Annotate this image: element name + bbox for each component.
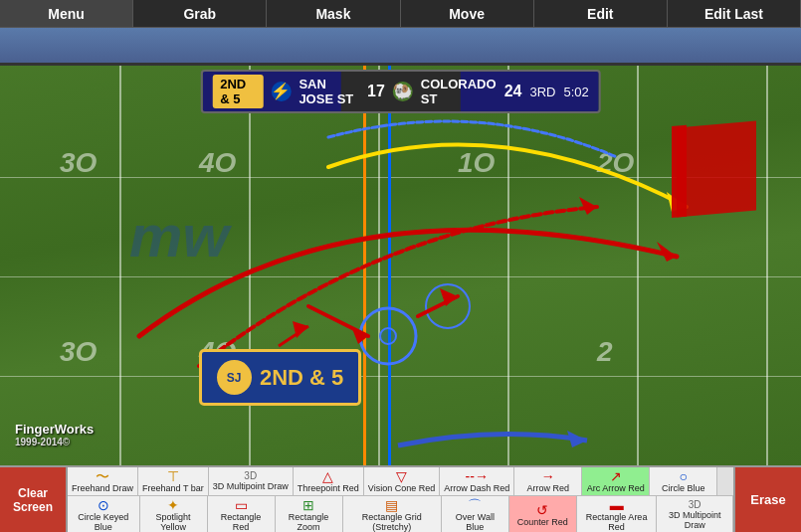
toolbar-row-1: 〜 Freehand Draw ⊤ Freehand T bar 3D 3D M… <box>68 467 733 496</box>
yard-num-30: 3O <box>60 147 97 179</box>
menu-item-edit-last[interactable]: Edit Last <box>668 0 801 27</box>
tool-rectangle-grid[interactable]: ▤ Rectangle Grid (Stretchy) <box>343 496 442 532</box>
tool-arrow-red[interactable]: → Arrow Red <box>514 467 582 495</box>
tool-circle-keyed-blue[interactable]: ⊙ Circle Keyed Blue <box>68 496 140 532</box>
tool-arrow-dash-red[interactable]: --→ Arrow Dash Red <box>440 467 514 495</box>
menu-bar: Menu Grab Mask Move Edit Edit Last <box>0 0 801 28</box>
team1-score: 17 <box>367 83 385 100</box>
tool-threepoint-red[interactable]: △ Threepoint Red <box>294 467 364 495</box>
svg-text:SJ: SJ <box>227 371 242 385</box>
score-banner: 2ND & 5 ⚡ SAN JOSE ST 17 🐏 COLORADO ST 2… <box>200 70 601 113</box>
team1-name: SAN JOSE ST <box>299 77 359 106</box>
h-line-3 <box>0 376 801 377</box>
toolbar-row-2: ⊙ Circle Keyed Blue ✦ Spotlight Yellow ▭… <box>68 496 733 532</box>
tool-over-wall-blue[interactable]: ⌒ Over Wall Blue <box>442 496 509 532</box>
team-helmet-icon: SJ <box>217 360 252 395</box>
yard-line-4 <box>507 66 509 465</box>
yard-num-20: 2O <box>597 147 634 179</box>
menu-item-mask[interactable]: Mask <box>267 0 400 27</box>
yard-line-1 <box>119 66 121 465</box>
tool-freehand-draw[interactable]: 〜 Freehand Draw <box>68 467 138 495</box>
clear-screen-button[interactable]: Clear Screen <box>0 467 68 532</box>
tool-rectangle-zoom[interactable]: ⊞ Rectangle Zoom <box>276 496 343 532</box>
h-line-1 <box>0 177 801 178</box>
toolbar: Clear Screen 〜 Freehand Draw ⊤ Freehand … <box>0 465 801 532</box>
menu-item-grab[interactable]: Grab <box>133 0 267 27</box>
team2-logo: 🐏 <box>393 82 413 101</box>
menu-item-menu[interactable]: Menu <box>0 0 133 27</box>
yard-num-20b: 2 <box>597 336 613 368</box>
tool-counter-red[interactable]: ↺ Counter Red <box>509 496 577 532</box>
down-sign-text: 2ND & 5 <box>260 365 343 391</box>
team1-logo: ⚡ <box>271 82 291 101</box>
yard-line-6 <box>766 66 768 465</box>
quarter: 3RD <box>529 85 555 99</box>
fingerworks-logo: FingerWorks 1999-2014© <box>15 422 94 447</box>
tool-spotlight-yellow[interactable]: ✦ Spotlight Yellow <box>140 496 208 532</box>
yard-num-10: 1O <box>458 147 495 179</box>
game-area: 3O 4O 1O 2O 3O 4O 2 mw <box>0 28 801 465</box>
toolbar-tools: 〜 Freehand Draw ⊤ Freehand T bar 3D 3D M… <box>68 467 733 532</box>
yard-num-40: 4O <box>199 147 236 179</box>
tool-rectangle-area-red[interactable]: ▬ Rectangle Area Red <box>577 496 658 532</box>
tool-vision-cone-red[interactable]: ▽ Vision Cone Red <box>364 467 440 495</box>
tool-arc-arrow-red[interactable]: ↗ Arc Arrow Red <box>582 467 650 495</box>
yard-line-3 <box>378 66 380 465</box>
erase-button[interactable]: Erase <box>733 467 801 532</box>
yard-line-5 <box>637 66 639 465</box>
first-down-line <box>388 66 391 465</box>
game-time: 5:02 <box>563 85 588 99</box>
tool-rectangle-red[interactable]: ▭ Rectangle Red <box>208 496 276 532</box>
down-distance: 2ND & 5 <box>212 75 263 108</box>
field-down-sign: SJ 2ND & 5 <box>199 349 361 406</box>
tool-freehand-tbar[interactable]: ⊤ Freehand T bar <box>138 467 209 495</box>
tool-3d-multipoint[interactable]: 3D 3D Multipoint Draw <box>209 467 294 495</box>
tool-circle-blue[interactable]: ○ Circle Blue <box>650 467 717 495</box>
h-line-2 <box>0 276 801 277</box>
tool-3d-multipoint-2[interactable]: 3D 3D Multipoint Draw <box>657 496 733 532</box>
menu-item-edit[interactable]: Edit <box>534 0 668 27</box>
team2-score: 24 <box>504 83 522 100</box>
menu-item-move[interactable]: Move <box>401 0 534 27</box>
line-of-scrimmage <box>363 66 366 465</box>
team2-name: COLORADO ST <box>421 77 497 106</box>
yard-num-30b: 3O <box>60 336 97 368</box>
crowd-strip <box>0 28 801 66</box>
